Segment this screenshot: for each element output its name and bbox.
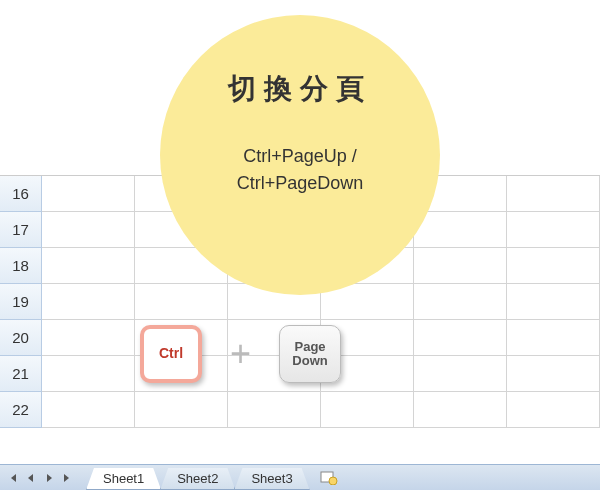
tab-nav-buttons [0,468,80,488]
plus-icon: + [230,333,251,375]
row-header[interactable]: 19 [0,284,42,320]
nav-prev-icon[interactable] [22,468,40,488]
ctrl-key-icon: Ctrl [140,325,202,383]
nav-next-icon[interactable] [40,468,58,488]
info-overlay: 切換分頁 Ctrl+PageUp / Ctrl+PageDown [160,15,440,295]
row-header[interactable]: 17 [0,212,42,248]
row-headers: 16 17 18 19 20 21 22 [0,176,42,465]
row-header[interactable]: 18 [0,248,42,284]
sheet-tab[interactable]: Sheet1 [86,468,161,490]
overlay-title: 切換分頁 [228,70,372,108]
shortcut-line: Ctrl+PageUp / [237,143,364,170]
row-header[interactable]: 16 [0,176,42,212]
svg-point-1 [329,477,337,485]
new-sheet-icon[interactable] [317,469,341,487]
sheet-tabs-bar: Sheet1 Sheet2 Sheet3 [0,464,600,490]
nav-last-icon[interactable] [58,468,76,488]
sheet-tabs: Sheet1 Sheet2 Sheet3 [86,465,309,490]
nav-first-icon[interactable] [4,468,22,488]
key-illustration: Ctrl + Page Down [140,325,341,383]
sheet-tab[interactable]: Sheet2 [160,468,235,490]
pagedown-key-icon: Page Down [279,325,341,383]
row-header[interactable]: 20 [0,320,42,356]
row-header[interactable]: 22 [0,392,42,428]
sheet-tab[interactable]: Sheet3 [234,468,309,490]
overlay-shortcut: Ctrl+PageUp / Ctrl+PageDown [237,143,364,197]
row-header[interactable]: 21 [0,356,42,392]
shortcut-line: Ctrl+PageDown [237,170,364,197]
